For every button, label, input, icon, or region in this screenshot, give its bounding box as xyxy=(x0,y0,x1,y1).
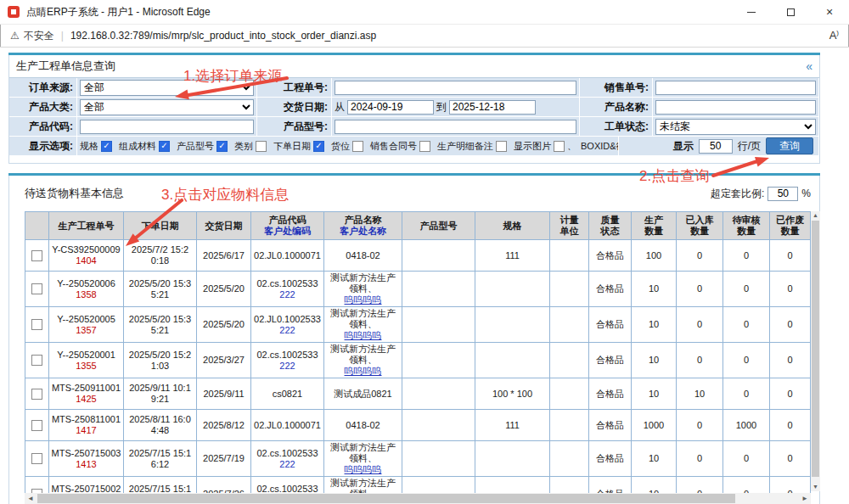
sales-no-input[interactable] xyxy=(655,81,816,95)
column-header: 下单日期 xyxy=(124,212,197,240)
url-text[interactable]: 192.168.0.32:789/mis/mrp/slc_product_int… xyxy=(70,30,376,42)
audit-qty-cell: 0 xyxy=(723,378,770,410)
product-code-cell: 02.JL0.1000071 xyxy=(251,410,324,441)
scroll-right-icon[interactable]: ► xyxy=(799,493,811,504)
qty-cell: 10 xyxy=(632,307,677,343)
scroll-down-icon[interactable]: ▼ xyxy=(811,483,820,491)
maximize-button[interactable] xyxy=(771,0,810,24)
vertical-scroll-thumb[interactable] xyxy=(812,221,819,477)
per-page-label: 行/页 xyxy=(738,139,761,154)
option-checkbox[interactable] xyxy=(101,141,112,152)
customer-code-link[interactable]: 222 xyxy=(279,361,295,372)
customer-name-link[interactable]: 呜呜呜呜 xyxy=(345,294,382,305)
audit-qty-cell: 0 xyxy=(723,307,770,343)
delivery-date-cell: 2025/5/20 xyxy=(197,307,251,343)
column-header: 生产数量 xyxy=(632,212,677,240)
customer-code-link[interactable]: 222 xyxy=(279,459,295,470)
option-checkbox[interactable] xyxy=(419,141,430,152)
option-checkbox[interactable] xyxy=(496,141,507,152)
order-sub-no: 1358 xyxy=(76,289,96,300)
delivery-from-input[interactable] xyxy=(347,100,434,115)
materials-panel: 待送货物料基本信息 超定套比例: % 生产工程单号 下单日期 交货日期 xyxy=(8,173,820,504)
row-checkbox[interactable] xyxy=(31,420,42,431)
customer-name-link[interactable]: 呜呜呜呜 xyxy=(345,330,382,341)
unit-cell xyxy=(550,343,589,378)
status-select[interactable]: 未结案 xyxy=(655,119,816,135)
order-no-cell: MTS-2508110011417 xyxy=(49,410,124,441)
row-checkbox[interactable] xyxy=(31,389,42,400)
display-option: BOXID&行号 xyxy=(581,140,619,153)
vertical-scrollbar[interactable]: ▲ ▼ xyxy=(811,211,820,491)
query-button[interactable]: 查询 xyxy=(766,137,813,154)
row-checkbox[interactable] xyxy=(31,283,42,294)
option-checkbox[interactable] xyxy=(313,141,324,152)
scroll-left-icon[interactable]: ◄ xyxy=(25,493,37,504)
row-checkbox[interactable] xyxy=(31,319,42,330)
unit-cell xyxy=(550,307,589,343)
page-content: 生产工程单信息查询 « 订单来源: 全部 工程单号: 销售单号: 产品大类: 全… xyxy=(0,48,849,504)
row-checkbox[interactable] xyxy=(31,355,42,366)
option-label: 产品型号 xyxy=(177,140,214,153)
row-checkbox[interactable] xyxy=(31,250,42,261)
delivery-date-cell: 2025/5/20 xyxy=(197,272,251,307)
option-checkbox[interactable] xyxy=(554,141,565,152)
column-header: 产品名称客户处名称 xyxy=(324,212,402,240)
product-code-cell: 02.cs.1002533222 xyxy=(251,441,324,477)
option-checkbox[interactable] xyxy=(256,141,267,152)
option-checkbox[interactable] xyxy=(352,141,363,152)
scroll-up-icon[interactable]: ▲ xyxy=(811,211,820,220)
unit-cell xyxy=(550,441,589,477)
delivery-date-cell: 2025/8/12 xyxy=(197,410,251,441)
product-code-cell: 02.JL0.1002533222 xyxy=(251,307,324,343)
collapse-panel-icon[interactable]: « xyxy=(806,59,812,73)
unit-cell xyxy=(550,272,589,307)
order-no[interactable]: Y--250520001 xyxy=(57,350,115,361)
minimize-icon xyxy=(747,12,756,13)
order-no[interactable]: MTS-250715003 xyxy=(52,448,121,459)
order-source-select[interactable]: 全部 xyxy=(80,80,254,96)
in-qty-cell: 0 xyxy=(677,343,723,378)
audit-qty-cell: 0 xyxy=(723,240,770,272)
address-bar: ⚠ 不安全 | 192.168.0.32:789/mis/mrp/slc_pro… xyxy=(0,24,849,48)
spec-cell: 100 * 100 xyxy=(475,378,550,410)
minimize-button[interactable] xyxy=(732,0,771,24)
quality-cell: 合格品 xyxy=(589,240,632,272)
order-no[interactable]: Y-CS392500009 xyxy=(52,244,120,255)
page-size-input[interactable] xyxy=(699,139,733,154)
delivery-to-input[interactable] xyxy=(449,100,536,115)
quality-cell: 合格品 xyxy=(589,343,632,378)
order-no[interactable]: Y--250520006 xyxy=(57,278,115,289)
product-code-input[interactable] xyxy=(80,120,254,134)
in-qty-cell: 0 xyxy=(677,272,723,307)
customer-name-link[interactable]: 呜呜呜呜 xyxy=(345,464,382,475)
customer-code-link[interactable]: 222 xyxy=(279,325,295,336)
option-checkbox[interactable] xyxy=(216,141,228,152)
product-name-input[interactable] xyxy=(655,100,816,115)
project-no-input[interactable] xyxy=(335,81,576,95)
option-label: 销售合同号 xyxy=(370,140,417,153)
order-no[interactable]: MTS-250911001 xyxy=(52,383,121,394)
row-checkbox[interactable] xyxy=(31,453,42,464)
audit-qty-cell: 0 xyxy=(723,441,770,477)
security-label[interactable]: 不安全 xyxy=(24,29,54,43)
customer-code-link[interactable]: 222 xyxy=(279,289,295,300)
horizontal-scroll-thumb[interactable] xyxy=(37,494,735,503)
query-panel-title: 生产工程单信息查询 xyxy=(16,59,115,74)
order-no[interactable]: MTS-250811001 xyxy=(52,414,121,425)
product-model-input[interactable] xyxy=(335,120,576,134)
product-model-cell xyxy=(402,410,475,441)
in-qty-cell: 0 xyxy=(677,410,723,441)
option-checkbox[interactable] xyxy=(159,141,170,152)
customer-name-link[interactable]: 呜呜呜呜 xyxy=(345,366,382,377)
category-select[interactable]: 全部 xyxy=(80,99,254,115)
qty-cell: 1000 xyxy=(632,410,677,441)
close-button[interactable]: × xyxy=(810,0,849,24)
sales-no-label: 销售单号: xyxy=(580,78,653,98)
qty-cell: 10 xyxy=(632,343,677,378)
order-no[interactable]: Y--250520005 xyxy=(57,314,115,325)
read-aloud-icon[interactable]: A) xyxy=(829,29,839,42)
order-no-cell: Y--2505200011355 xyxy=(49,343,124,378)
horizontal-scrollbar[interactable]: ◄ ► xyxy=(25,493,811,504)
column-header: 产品代码客户处编码 xyxy=(251,212,324,240)
ratio-input[interactable] xyxy=(767,187,798,201)
